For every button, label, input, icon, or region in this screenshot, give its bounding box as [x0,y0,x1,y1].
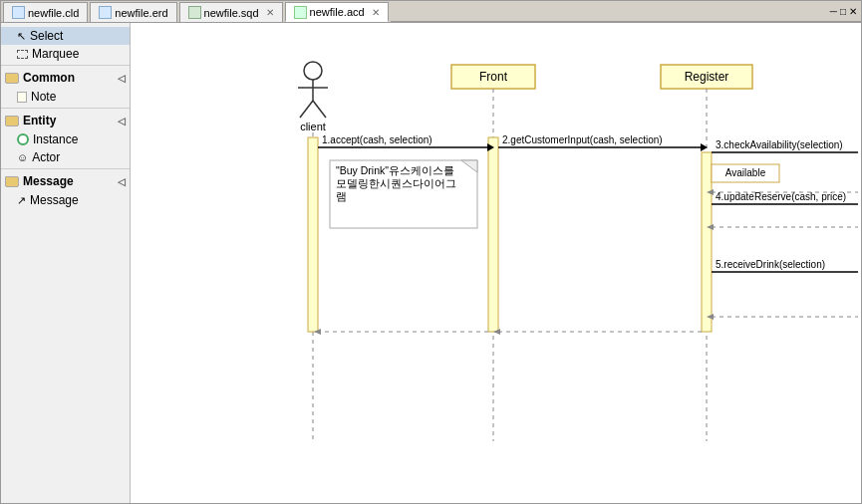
message-3-label: 3.checkAvailability(selection) [716,139,843,150]
sidebar-pin-common[interactable]: ◁ [118,73,126,84]
divider-1 [1,65,130,66]
sidebar-item-actor-label: Actor [32,150,60,164]
actor-front[interactable]: Front [451,65,535,89]
sidebar-header-message-label: Message [23,174,74,188]
marquee-icon [17,50,28,59]
tab-bar: newfile.cld newfile.erd newfile.sqd ✕ ne… [1,1,861,23]
tab-cld-label: newfile.cld [28,7,79,19]
window-controls: ─ □ ✕ [826,2,861,22]
svg-line-3 [300,101,313,118]
sidebar-header-common-label: Common [23,71,75,85]
close-button[interactable]: ✕ [849,6,857,17]
activation-register [702,152,712,332]
folder-message-icon [5,176,19,187]
app-container: newfile.cld newfile.erd newfile.sqd ✕ ne… [0,0,862,504]
sidebar-item-note-label: Note [31,90,56,104]
actor-register[interactable]: Register [661,65,752,89]
instance-icon [17,133,29,145]
svg-line-4 [313,101,326,118]
tab-erd-label: newfile.erd [115,7,167,19]
tab-cld[interactable]: newfile.cld [3,2,88,22]
tab-sqd-close[interactable]: ✕ [266,7,274,18]
sidebar-pin-entity[interactable]: ◁ [118,116,126,126]
sidebar-section-tools: ↖ Select Marquee [1,27,130,63]
note-text-line3: 램 [336,190,347,202]
tab-sqd-label: newfile.sqd [204,7,259,19]
sidebar-section-entity: Entity ◁ Instance ☺ Actor [1,111,130,166]
sidebar-item-actor[interactable]: ☺ Actor [1,148,130,166]
canvas[interactable]: client Front Register Dispenser [131,23,861,503]
sidebar-item-instance-label: Instance [33,132,78,146]
sidebar-header-entity-label: Entity [23,114,56,127]
main-area: ↖ Select Marquee Common ◁ [1,23,861,503]
sidebar-item-select[interactable]: ↖ Select [1,27,130,45]
acd-tab-icon [294,6,307,19]
sidebar-header-common[interactable]: Common ◁ [1,68,130,88]
erd-tab-icon [99,6,112,19]
note-text-line2: 모델링한시퀀스다이어그 [336,177,456,189]
actor-front-label: Front [479,70,508,84]
message-1-label: 1.accept(cash, selection) [322,134,432,145]
message-4-label: 4.updateReserve(cash, price) [716,191,846,202]
actor-icon: ☺ [17,152,28,163]
tab-acd-label: newfile.acd [310,6,365,18]
divider-3 [1,168,130,169]
sidebar-item-marquee-label: Marquee [32,47,79,61]
sidebar-item-select-label: Select [30,29,63,43]
divider-2 [1,108,130,109]
tab-bar-filler [391,2,826,22]
tab-acd-close[interactable]: ✕ [372,7,380,18]
sidebar-section-message: Message ◁ ↗ Message [1,171,130,209]
sidebar-item-message[interactable]: ↗ Message [1,191,130,209]
activation-client [308,137,318,332]
tab-sqd[interactable]: newfile.sqd ✕ [179,2,283,22]
sidebar-header-entity[interactable]: Entity ◁ [1,111,130,130]
tab-acd[interactable]: newfile.acd ✕ [285,2,389,22]
folder-common-icon [5,73,19,84]
diagram-svg: client Front Register Dispenser [131,23,858,503]
sqd-tab-icon [188,6,201,19]
cld-tab-icon [12,6,25,19]
actor-client-label: client [300,121,326,132]
actor-client[interactable]: client [298,62,328,132]
sidebar-section-common: Common ◁ Note [1,68,130,106]
maximize-button[interactable]: □ [840,6,846,17]
actor-register-label: Register [685,70,729,84]
select-icon: ↖ [17,30,26,43]
folder-entity-icon [5,116,19,126]
sidebar-item-instance[interactable]: Instance [1,130,130,148]
sidebar-item-marquee[interactable]: Marquee [1,45,130,63]
note-icon [17,92,27,103]
sidebar-item-message-label: Message [30,193,79,207]
minimize-button[interactable]: ─ [830,6,837,17]
svg-point-0 [304,62,322,80]
sidebar-item-note[interactable]: Note [1,88,130,106]
tab-erd[interactable]: newfile.erd [90,2,176,22]
message-2-label: 2.getCustomerInput(cash, selection) [502,134,663,145]
sidebar: ↖ Select Marquee Common ◁ [1,23,131,503]
sidebar-pin-message[interactable]: ◁ [118,176,126,187]
available-label: Available [725,167,766,178]
activation-front [488,137,498,332]
sidebar-header-message[interactable]: Message ◁ [1,171,130,191]
message-icon: ↗ [17,195,26,206]
note-text-line1: "Buy Drink"유스케이스를 [336,164,454,176]
message-5-label: 5.receiveDrink(selection) [716,259,825,270]
